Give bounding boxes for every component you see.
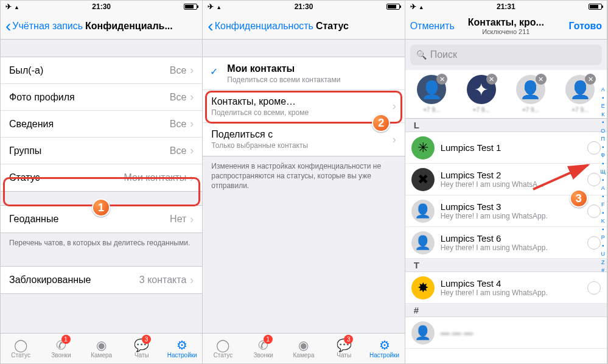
gear-icon: ⚙	[379, 339, 390, 351]
row-status[interactable]: СтатусМои контакты›	[1, 164, 202, 191]
status-icon: ◯	[216, 339, 229, 351]
nav-cancel-button[interactable]: Отменить	[410, 21, 455, 32]
nav-subtitle: Исключено 211	[468, 28, 544, 35]
panel-privacy: 21:30 Учётная запись Конфиденциаль... Бы…	[1, 1, 203, 363]
tab-chats[interactable]: 💬Чаты3	[122, 334, 162, 363]
remove-chip-icon[interactable]: ✕	[486, 74, 497, 85]
chevron-right-icon: ›	[190, 172, 194, 184]
navbar: Конфиденциальность Статус	[203, 13, 404, 40]
calls-badge: 1	[264, 335, 273, 344]
radio-unchecked[interactable]	[587, 173, 601, 186]
status-time: 21:31	[497, 2, 515, 11]
remove-chip-icon[interactable]: ✕	[436, 74, 447, 85]
tab-calls[interactable]: ✆Звонки1	[41, 334, 81, 363]
contact-row[interactable]: 👤— — —	[405, 317, 607, 349]
chip[interactable]: 👤✕+7 9...	[410, 75, 453, 113]
radio-unchecked[interactable]	[587, 205, 601, 218]
scroll-area[interactable]: ✓ Мои контактыПоделиться со всеми контак…	[203, 40, 404, 333]
battery-icon	[184, 4, 197, 10]
radio-unchecked[interactable]	[587, 236, 601, 250]
chip[interactable]: ✦✕+7 9...	[459, 75, 503, 113]
chevron-right-icon: ›	[190, 274, 194, 287]
battery-icon	[589, 4, 602, 10]
navbar: Учётная запись Конфиденциаль...	[1, 13, 202, 40]
statusbar: 21:30	[1, 1, 202, 13]
status-icon: ◯	[14, 339, 27, 351]
row-blocked[interactable]: Заблокированные3 контакта›	[1, 267, 202, 293]
tabbar: ◯Статус ✆Звонки1 ◉Камера 💬Чаты3 ⚙Настрой…	[1, 333, 202, 363]
status-time: 21:30	[295, 2, 313, 11]
contact-list[interactable]: L ✳Lumpics Test 1 ✖Lumpics Test 2Hey the…	[405, 119, 607, 363]
opt-my-contacts[interactable]: ✓ Мои контактыПоделиться со всеми контак…	[203, 57, 404, 90]
gear-icon: ⚙	[176, 339, 187, 351]
camera-icon: ◉	[298, 339, 309, 351]
chats-badge: 3	[344, 335, 353, 344]
privacy-note: Изменения в настройках конфиденциальност…	[203, 156, 404, 196]
remove-chip-icon[interactable]: ✕	[536, 74, 547, 85]
chip[interactable]: 👤✕+7 9...	[509, 75, 552, 113]
nav-back-button[interactable]: Учётная запись	[5, 21, 83, 32]
chats-badge: 3	[142, 335, 151, 344]
airplane-icon	[5, 2, 12, 11]
nav-title: Контакты, кро... Исключено 211	[468, 17, 544, 35]
chevron-right-icon: ›	[190, 213, 194, 226]
location-note: Перечень чатов, в которых вы делитесь ге…	[1, 233, 202, 253]
chevron-right-icon: ›	[190, 144, 194, 157]
nav-title: Статус	[316, 21, 349, 32]
scroll-area[interactable]: Был(-а)Все› Фото профиляВсе› СведенияВсе…	[1, 40, 202, 333]
chevron-right-icon: ›	[190, 91, 194, 103]
row-last-seen[interactable]: Был(-а)Все›	[1, 57, 202, 84]
row-groups[interactable]: ГруппыВсе›	[1, 138, 202, 164]
panel-status-privacy: 21:30 Конфиденциальность Статус ✓ Мои ко…	[203, 1, 405, 363]
wifi-icon	[419, 2, 424, 11]
statusbar: 21:30	[203, 1, 404, 13]
search-input[interactable]: Поиск	[410, 44, 602, 65]
airplane-icon	[410, 2, 416, 11]
panel-contacts-except: 21:31 Отменить Контакты, кро... Исключен…	[405, 1, 607, 363]
tab-status[interactable]: ◯Статус	[1, 334, 41, 363]
remove-chip-icon[interactable]: ✕	[585, 74, 596, 85]
alphabet-index[interactable]: А•ЕК•ОП•Ф•Щ•A•F•K•P•UZ#	[601, 86, 606, 275]
chevron-right-icon: ›	[393, 100, 396, 113]
wifi-icon	[14, 2, 19, 11]
contact-row[interactable]: 👤Lumpics Test 6Hey there! I am using Wha…	[405, 227, 607, 259]
tab-settings[interactable]: ⚙Настройки	[364, 334, 404, 363]
chevron-right-icon: ›	[190, 117, 194, 130]
status-time: 21:30	[92, 2, 111, 11]
tab-settings[interactable]: ⚙Настройки	[162, 334, 202, 363]
contact-row[interactable]: ✸Lumpics Test 4Hey there! I am using Wha…	[405, 272, 607, 304]
nav-title: Конфиденциаль...	[85, 21, 173, 32]
calls-badge: 1	[61, 335, 71, 344]
camera-icon: ◉	[96, 339, 107, 351]
statusbar: 21:31	[405, 1, 607, 13]
radio-unchecked[interactable]	[587, 281, 601, 295]
row-about[interactable]: СведенияВсе›	[1, 111, 202, 138]
tab-chats[interactable]: 💬Чаты3	[324, 334, 364, 363]
chip[interactable]: 👤✕+7 9...	[559, 75, 602, 113]
row-profile-photo[interactable]: Фото профиляВсе›	[1, 84, 202, 111]
tab-calls[interactable]: ✆Звонки1	[243, 334, 284, 363]
section-header-hash: #	[405, 304, 607, 317]
contact-row[interactable]: ✳Lumpics Test 1	[405, 132, 607, 164]
section-header-L: L	[405, 119, 607, 132]
radio-unchecked[interactable]	[587, 141, 601, 155]
wifi-icon	[216, 2, 222, 11]
nav-done-button[interactable]: Готово	[569, 21, 602, 32]
tab-camera[interactable]: ◉Камера	[284, 334, 324, 363]
annotation-badge-3: 3	[570, 189, 588, 208]
tab-status[interactable]: ◯Статус	[203, 334, 243, 363]
navbar: Отменить Контакты, кро... Исключено 211 …	[405, 13, 607, 40]
annotation-badge-1: 1	[92, 198, 110, 217]
tab-camera[interactable]: ◉Камера	[82, 334, 122, 363]
airplane-icon	[208, 2, 214, 11]
battery-icon	[386, 4, 400, 10]
section-header-T: T	[405, 259, 607, 272]
chevron-right-icon: ›	[190, 64, 194, 77]
chevron-right-icon: ›	[393, 133, 396, 146]
checkmark-icon: ✓	[210, 66, 218, 77]
tabbar: ◯Статус ✆Звонки1 ◉Камера 💬Чаты3 ⚙Настрой…	[203, 333, 404, 363]
selected-chips: 👤✕+7 9... ✦✕+7 9... 👤✕+7 9... 👤✕+7 9...	[405, 70, 607, 119]
nav-back-button[interactable]: Конфиденциальность	[208, 21, 313, 32]
